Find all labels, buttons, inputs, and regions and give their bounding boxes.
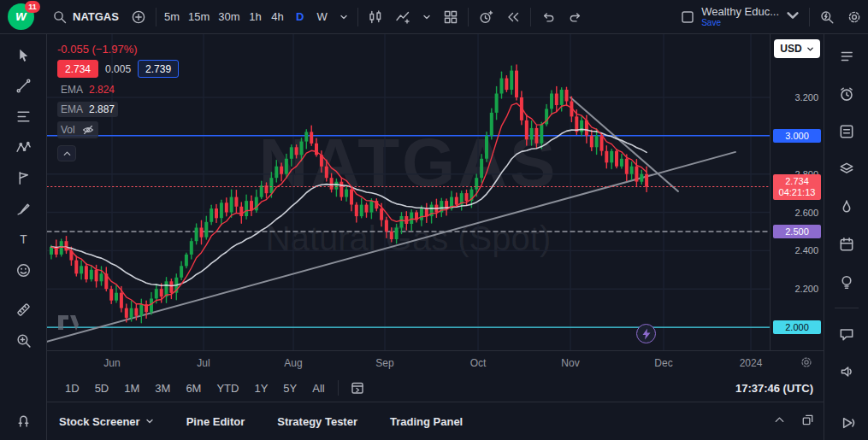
price-level-badge-blue[interactable]: 3.000 [773, 129, 821, 143]
data-window-button[interactable] [835, 157, 859, 181]
quick-search-button[interactable] [813, 4, 841, 30]
currency-selector[interactable]: USD [774, 39, 820, 58]
clock-label[interactable]: 17:37:46 (UTC) [735, 382, 813, 395]
multichart-layout-button[interactable] [437, 4, 464, 30]
volume-row[interactable]: Vol [57, 121, 98, 138]
sell-price-button[interactable]: 2.734 [57, 60, 98, 78]
ema-row-2[interactable]: EMA 2.887 [57, 102, 118, 117]
calendar-button[interactable] [835, 232, 859, 256]
save-button[interactable]: Save [701, 18, 721, 27]
chevron-down-icon [145, 417, 154, 425]
footer-tab-pine-editor[interactable]: Pine Editor [186, 415, 245, 428]
trendline-tool-button[interactable] [11, 73, 35, 97]
sidebar-divider [835, 308, 859, 308]
create-alert-button[interactable] [472, 4, 499, 30]
calendar-icon [838, 236, 855, 253]
screener-menu-chevron[interactable] [145, 415, 154, 428]
brush-tool-button[interactable] [11, 197, 35, 220]
bar-replay-button[interactable] [499, 4, 527, 30]
undo-icon [540, 9, 556, 25]
measure-tool-button[interactable] [11, 297, 35, 321]
emoji-tool-button[interactable] [11, 258, 35, 282]
watchlist-icon [838, 48, 855, 65]
last-price-badge[interactable]: 2.73404:21:13 [773, 174, 821, 200]
range-6m[interactable]: 6M [180, 379, 207, 397]
fib-tool-button[interactable] [11, 104, 35, 128]
toolbar-divider [809, 8, 810, 26]
chevron-up-icon [62, 148, 73, 159]
buy-price-button[interactable]: 2.739 [138, 60, 179, 78]
rewind-icon [505, 9, 521, 25]
magnet-tool-button[interactable] [11, 408, 35, 431]
timeframe-15m[interactable]: 15m [184, 5, 214, 29]
ema-row-1[interactable]: EMA 2.824 [57, 82, 118, 97]
compare-add-button[interactable] [125, 4, 152, 30]
timeframe-5m[interactable]: 5m [160, 5, 184, 29]
layout-menu-button[interactable]: Wealthy Educ... Save [675, 0, 806, 34]
redo-button[interactable] [562, 4, 589, 30]
layers-icon [838, 161, 855, 178]
expand-panel-button[interactable] [800, 413, 815, 430]
range-3m[interactable]: 3M [149, 379, 176, 397]
footer-tab-stock-screener[interactable]: Stock Screener [59, 415, 154, 428]
symbol-search-button[interactable]: NATGAS [46, 4, 125, 30]
footer-tab-trading-panel[interactable]: Trading Panel [390, 415, 463, 428]
bottom-panel-bar: Stock Screener Pine Editor Strategy Test… [47, 402, 824, 440]
range-ytd[interactable]: YTD [210, 379, 245, 397]
symbol-label: NATGAS [73, 10, 119, 23]
ruler-icon [15, 302, 32, 318]
axis-settings-button[interactable] [800, 355, 813, 372]
gear-icon [847, 9, 862, 25]
price-level-badge-cyan[interactable]: 2.000 [773, 320, 821, 334]
range-1m[interactable]: 1M [118, 379, 145, 397]
collapse-panel-button[interactable] [772, 413, 787, 430]
footer-tab-strategy-tester[interactable]: Strategy Tester [277, 415, 357, 428]
goto-date-button[interactable] [345, 376, 369, 400]
news-button[interactable] [835, 120, 859, 144]
hotlist-button[interactable] [835, 195, 859, 219]
watchlist-button[interactable] [835, 44, 859, 68]
plus-circle-icon [131, 9, 146, 25]
timeframe-30m[interactable]: 30m [214, 5, 244, 29]
price-axis[interactable]: USD 3.2003.0002.8002.6002.5002.4002.2002… [770, 34, 824, 350]
live-streams-button[interactable] [835, 411, 859, 435]
forecast-tool-button[interactable] [11, 166, 35, 190]
layout-menu-chevron[interactable] [785, 8, 800, 26]
chart-style-button[interactable] [362, 4, 389, 30]
range-1d[interactable]: 1D [59, 379, 86, 397]
notification-badge[interactable]: 11 [25, 1, 40, 13]
timeframe-1w[interactable]: W [311, 5, 334, 29]
interval-menu-chevron[interactable] [334, 4, 354, 30]
indicators-button[interactable] [389, 4, 416, 30]
ideas-button[interactable] [835, 270, 859, 294]
tradingview-watermark-logo[interactable] [57, 314, 83, 334]
chat-button[interactable] [835, 322, 859, 346]
search-lightning-icon [819, 9, 835, 25]
last-price-label: 2.734 [773, 176, 821, 187]
time-axis[interactable]: JunJulAugSepOctNovDec2024 [47, 350, 824, 374]
text-tool-button[interactable]: T [11, 227, 35, 251]
cursor-tool-button[interactable] [11, 43, 35, 67]
timeframe-4h[interactable]: 4h [267, 5, 289, 29]
legend-collapse-button[interactable] [57, 145, 76, 161]
alerts-button[interactable] [835, 82, 859, 106]
range-all[interactable]: All [306, 379, 330, 397]
app-logo[interactable]: w 11 [0, 0, 46, 34]
price-level-badge-purple[interactable]: 2.500 [773, 225, 821, 238]
bar-replay-marker[interactable] [636, 324, 656, 343]
streams-button[interactable] [835, 360, 859, 384]
timeframe-1d[interactable]: D [289, 5, 311, 29]
range-5y[interactable]: 5Y [277, 379, 303, 397]
indicators-menu-chevron[interactable] [416, 4, 437, 30]
date-range-bar: 1D 5D 1M 3M 6M YTD 1Y 5Y All 17:37:46 (U… [47, 374, 824, 402]
pattern-tool-button[interactable] [11, 135, 35, 159]
eye-off-icon[interactable] [81, 123, 95, 137]
settings-button[interactable] [841, 4, 868, 30]
range-5d[interactable]: 5D [89, 379, 115, 397]
lightning-icon [641, 328, 652, 340]
zoom-tool-button[interactable] [11, 328, 35, 352]
undo-button[interactable] [534, 4, 562, 30]
time-label: Oct [470, 357, 487, 369]
range-1y[interactable]: 1Y [248, 379, 274, 397]
timeframe-1h[interactable]: 1h [245, 5, 267, 29]
